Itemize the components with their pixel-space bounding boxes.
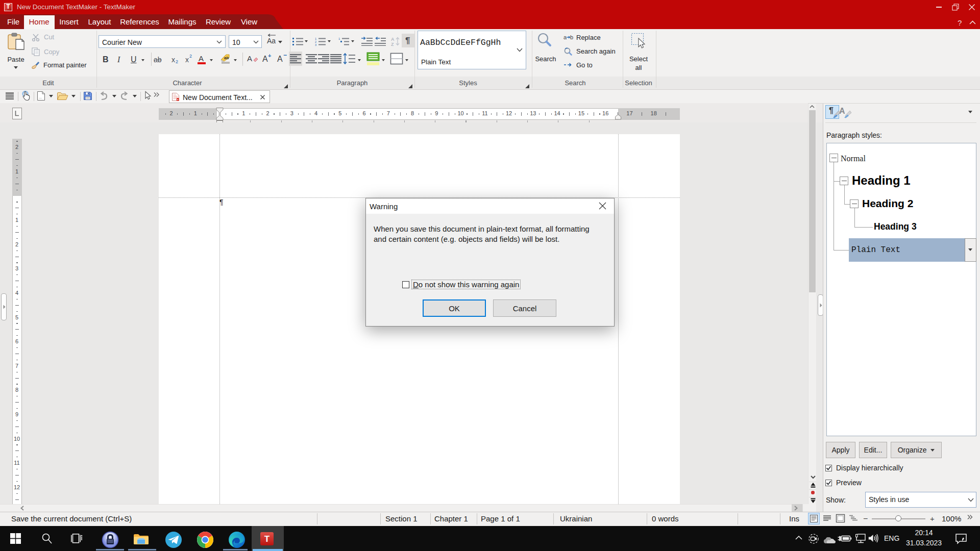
svg-text:A: A [391, 37, 395, 42]
svg-text:...: ... [39, 95, 42, 99]
svg-text:b: b [570, 34, 573, 40]
svg-text:a: a [564, 34, 567, 40]
svg-text:3: 3 [315, 43, 316, 46]
svg-text:ab: ab [224, 56, 229, 60]
svg-text:1: 1 [338, 37, 340, 40]
svg-text:Z: Z [391, 42, 394, 47]
